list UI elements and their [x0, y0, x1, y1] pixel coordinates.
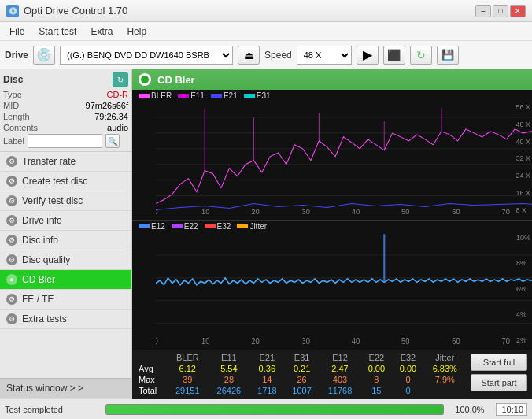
speed-select[interactable]: 48 X	[297, 46, 352, 65]
svg-text:70: 70	[502, 208, 510, 216]
e12-color	[139, 224, 150, 228]
svg-text:0: 0	[156, 336, 158, 345]
total-e12: 11768	[320, 385, 361, 396]
maximize-button[interactable]: □	[493, 5, 508, 17]
app-title: Opti Drive Control 1.70	[24, 5, 127, 17]
total-bler: 29151	[167, 385, 209, 396]
menu-help[interactable]: Help	[120, 24, 153, 39]
e32-label: E32	[217, 222, 231, 231]
minimize-button[interactable]: –	[475, 5, 491, 17]
action-buttons: Start full Start part	[469, 352, 529, 393]
total-jitter	[424, 385, 467, 396]
eject-button[interactable]: ⏏	[238, 46, 260, 65]
label-input[interactable]	[28, 134, 102, 148]
cd-bler-icon: ●	[6, 274, 17, 285]
legend-jitter: Jitter	[237, 222, 267, 231]
disc-refresh-button[interactable]: ↻	[113, 72, 128, 87]
e21-label: E21	[224, 91, 238, 100]
disc-quality-icon: ⚙	[6, 254, 17, 265]
total-e32: 0	[392, 385, 423, 396]
sidebar-item-label-extra-tests: Extra tests	[22, 313, 67, 324]
e31-label: E31	[257, 91, 271, 100]
svg-text:20: 20	[251, 336, 259, 345]
sidebar-item-transfer-rate[interactable]: ⚙ Transfer rate	[0, 152, 131, 172]
stop-button[interactable]: ⬛	[383, 46, 405, 65]
drive-select[interactable]: ((G:) BENQ DVD DD DW1640 BSRB	[60, 46, 233, 65]
status-window-button[interactable]: Status window > >	[0, 378, 131, 399]
y-label-2pct: 2%	[516, 336, 530, 344]
menu-file[interactable]: File	[3, 24, 31, 39]
legend-bler: BLER	[139, 91, 172, 100]
legend-e22: E22	[172, 222, 198, 231]
col-header-e11: E11	[209, 352, 250, 363]
verify-test-disc-icon: ⚙	[6, 195, 17, 206]
col-header-e12: E12	[320, 352, 361, 363]
drive-info-icon: ⚙	[6, 215, 17, 226]
svg-text:20: 20	[251, 208, 259, 216]
refresh-button[interactable]: ↻	[410, 46, 432, 65]
upper-right-yaxis: 56 X 48 X 40 X 32 X 24 X 16 X 8 X	[515, 102, 530, 216]
max-e11: 28	[209, 374, 250, 385]
bler-color	[139, 94, 150, 98]
disc-info-icon: ⚙	[6, 235, 17, 246]
total-label: Total	[135, 385, 167, 396]
y-label-48x: 48 X	[515, 121, 530, 128]
transfer-rate-icon: ⚙	[6, 156, 17, 167]
upper-chart: BLER E11 E21 E31	[132, 90, 532, 221]
sidebar-item-label-disc-info: Disc info	[22, 235, 58, 246]
sidebar-item-label-drive-info: Drive info	[22, 215, 62, 226]
save-button[interactable]: 💾	[437, 46, 459, 65]
start-part-button[interactable]: Start part	[471, 374, 527, 391]
svg-text:30: 30	[302, 208, 310, 216]
avg-e31: 0.21	[284, 363, 319, 374]
start-full-button[interactable]: Start full	[471, 354, 527, 371]
sidebar-item-extra-tests[interactable]: ⚙ Extra tests	[0, 310, 131, 329]
legend-e11: E11	[178, 91, 205, 100]
max-e22: 8	[360, 374, 392, 385]
contents-label: Contents	[3, 123, 38, 132]
svg-text:50: 50	[401, 336, 409, 345]
sidebar-item-verify-test-disc[interactable]: ⚙ Verify test disc	[0, 191, 131, 211]
disc-section: Disc ↻ Type CD-R MID 97m26s66f Length 79…	[0, 69, 131, 152]
max-e21: 14	[249, 374, 284, 385]
sidebar-menu: ⚙ Transfer rate ⚙ Create test disc ⚙ Ver…	[0, 152, 131, 378]
status-window-label: Status window > >	[6, 383, 83, 394]
close-button[interactable]: ✕	[510, 5, 526, 17]
menu-start-test[interactable]: Start test	[32, 24, 83, 39]
menu-extra[interactable]: Extra	[84, 24, 119, 39]
progress-bar-fill	[106, 405, 443, 414]
sidebar-item-create-test-disc[interactable]: ⚙ Create test disc	[0, 172, 131, 191]
total-e11: 26426	[209, 385, 250, 396]
chart-header-icon	[139, 73, 151, 86]
sidebar-item-disc-info[interactable]: ⚙ Disc info	[0, 231, 131, 250]
stats-row-total: Total 29151 26426 1718 1007 11768 15 0	[135, 385, 466, 396]
lower-legend: E12 E22 E32 Jitter	[132, 221, 532, 232]
content-area: CD Bler BLER E11 E21	[132, 69, 532, 399]
e12-label: E12	[151, 222, 165, 231]
disc-section-title: Disc	[3, 74, 23, 85]
sidebar-item-cd-bler[interactable]: ● CD Bler	[0, 270, 131, 290]
lower-chart: E12 E22 E32 Jitter	[132, 221, 532, 350]
svg-text:30: 30	[302, 336, 310, 345]
y-label-16x: 16 X	[515, 189, 530, 197]
label-search-button[interactable]: 🔍	[105, 134, 120, 148]
sidebar-item-label-transfer-rate: Transfer rate	[22, 156, 76, 167]
y-label-40x: 40 X	[515, 138, 530, 146]
extra-tests-icon: ⚙	[6, 313, 17, 324]
sidebar-item-disc-quality[interactable]: ⚙ Disc quality	[0, 250, 131, 270]
mid-value: 97m26s66f	[86, 101, 128, 110]
jitter-label: Jitter	[249, 222, 267, 231]
go-button[interactable]: ▶	[357, 46, 379, 65]
col-header-jitter: Jitter	[424, 352, 467, 363]
avg-jitter: 6.83%	[424, 363, 467, 374]
create-test-disc-icon: ⚙	[6, 176, 17, 187]
sidebar-item-fe-te[interactable]: ⚙ FE / TE	[0, 290, 131, 310]
e11-color	[178, 94, 189, 98]
total-e31: 1007	[284, 385, 319, 396]
sidebar-item-label-create-test-disc: Create test disc	[22, 176, 87, 187]
app-icon: 💿	[6, 5, 19, 17]
fe-te-icon: ⚙	[6, 294, 17, 305]
drive-bar: Drive 💿 ((G:) BENQ DVD DD DW1640 BSRB ⏏ …	[0, 41, 532, 69]
sidebar-item-drive-info[interactable]: ⚙ Drive info	[0, 211, 131, 231]
type-label: Type	[3, 90, 22, 99]
